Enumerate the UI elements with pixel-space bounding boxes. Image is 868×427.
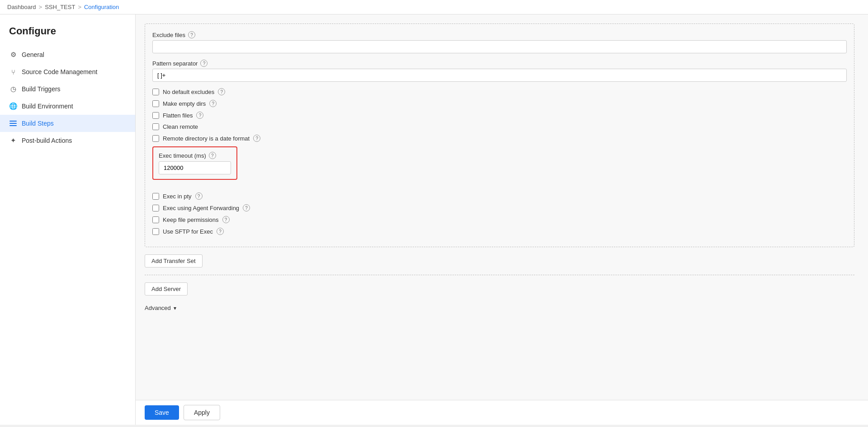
breadcrumb-current: Configuration bbox=[84, 4, 119, 10]
breadcrumb-dashboard[interactable]: Dashboard bbox=[7, 4, 36, 10]
keep-file-permissions-row: Keep file permissions ? bbox=[152, 216, 847, 223]
sidebar-item-label: Post-build Actions bbox=[22, 137, 72, 144]
breadcrumb-project[interactable]: SSH_TEST bbox=[45, 4, 75, 10]
flatten-files-label: Flatten files bbox=[163, 112, 193, 119]
save-button[interactable]: Save bbox=[145, 405, 179, 420]
make-empty-dirs-label: Make empty dirs bbox=[163, 100, 206, 107]
clean-remote-checkbox[interactable] bbox=[152, 123, 159, 130]
exec-timeout-input[interactable] bbox=[159, 161, 231, 174]
sidebar-item-label: Build Steps bbox=[22, 120, 54, 127]
sidebar-item-general[interactable]: ⚙ General bbox=[0, 46, 135, 63]
gear-icon: ⚙ bbox=[9, 51, 17, 59]
breadcrumb-sep2: > bbox=[78, 4, 81, 10]
no-default-excludes-label: No default excludes bbox=[163, 89, 214, 95]
sidebar-item-build-triggers[interactable]: ◷ Build Triggers bbox=[0, 80, 135, 98]
scrollable-content: Exclude files ? Pattern separator ? bbox=[136, 14, 868, 400]
sidebar-item-build-steps[interactable]: Build Steps bbox=[0, 115, 135, 132]
exclude-files-help-icon[interactable]: ? bbox=[188, 31, 195, 38]
steps-icon bbox=[9, 119, 17, 127]
exec-pty-help-icon[interactable]: ? bbox=[195, 192, 203, 200]
no-default-excludes-checkbox[interactable] bbox=[152, 89, 159, 95]
exec-timeout-highlight: Exec timeout (ms) ? bbox=[152, 146, 237, 180]
chevron-down-icon: ▾ bbox=[174, 305, 176, 311]
remote-directory-date-label: Remote directory is a date format bbox=[163, 135, 250, 142]
make-empty-help-icon[interactable]: ? bbox=[209, 100, 217, 107]
breadcrumb-sep1: > bbox=[39, 4, 42, 10]
flatten-files-help-icon[interactable]: ? bbox=[196, 112, 203, 119]
add-transfer-set-button[interactable]: Add Transfer Set bbox=[145, 254, 203, 267]
sidebar-item-build-environment[interactable]: 🌐 Build Environment bbox=[0, 98, 135, 115]
remote-directory-date-row: Remote directory is a date format ? bbox=[152, 135, 847, 142]
bottom-bar: Save Apply bbox=[136, 400, 868, 425]
pattern-separator-input[interactable] bbox=[152, 69, 847, 82]
add-server-button[interactable]: Add Server bbox=[145, 282, 188, 296]
pattern-separator-label: Pattern separator ? bbox=[152, 60, 847, 67]
apply-button[interactable]: Apply bbox=[184, 405, 220, 420]
trigger-icon: ◷ bbox=[9, 85, 17, 93]
exclude-files-group: Exclude files ? bbox=[152, 31, 847, 53]
no-default-excludes-row: No default excludes ? bbox=[152, 88, 847, 95]
use-sftp-help-icon[interactable]: ? bbox=[217, 228, 224, 235]
keep-file-permissions-label: Keep file permissions bbox=[163, 216, 219, 223]
flatten-files-row: Flatten files ? bbox=[152, 112, 847, 119]
exclude-files-label: Exclude files ? bbox=[152, 31, 847, 38]
make-empty-dirs-row: Make empty dirs ? bbox=[152, 100, 847, 107]
exec-agent-forwarding-row: Exec using Agent Forwarding ? bbox=[152, 204, 847, 211]
make-empty-dirs-checkbox[interactable] bbox=[152, 100, 159, 107]
sidebar-item-post-build[interactable]: ✦ Post-build Actions bbox=[0, 132, 135, 149]
pattern-sep-help-icon[interactable]: ? bbox=[200, 60, 208, 67]
exec-in-pty-row: Exec in pty ? bbox=[152, 192, 847, 200]
no-default-help-icon[interactable]: ? bbox=[218, 88, 225, 95]
remote-date-help-icon[interactable]: ? bbox=[253, 135, 260, 142]
sidebar-item-label: Build Triggers bbox=[22, 85, 61, 93]
sidebar: Configure ⚙ General ⑂ Source Code Manage… bbox=[0, 14, 136, 425]
use-sftp-exec-label: Use SFTP for Exec bbox=[163, 228, 213, 235]
clean-remote-label: Clean remote bbox=[163, 123, 198, 130]
env-icon: 🌐 bbox=[9, 102, 17, 110]
content-area: Exclude files ? Pattern separator ? bbox=[136, 14, 868, 425]
remote-directory-date-checkbox[interactable] bbox=[152, 135, 159, 142]
sidebar-item-source-code[interactable]: ⑂ Source Code Management bbox=[0, 63, 135, 80]
svg-rect-1 bbox=[9, 123, 17, 124]
sidebar-item-label: General bbox=[22, 51, 44, 58]
sidebar-item-label: Build Environment bbox=[22, 103, 73, 110]
exec-in-pty-checkbox[interactable] bbox=[152, 193, 159, 200]
sidebar-item-label: Source Code Management bbox=[22, 68, 97, 75]
exec-in-pty-label: Exec in pty bbox=[163, 193, 192, 200]
post-build-icon: ✦ bbox=[9, 136, 17, 145]
keep-perm-help-icon[interactable]: ? bbox=[222, 216, 230, 223]
exec-timeout-help-icon[interactable]: ? bbox=[209, 152, 216, 159]
breadcrumb: Dashboard > SSH_TEST > Configuration bbox=[0, 0, 868, 14]
keep-file-permissions-checkbox[interactable] bbox=[152, 216, 159, 223]
sidebar-title: Configure bbox=[0, 22, 135, 46]
exec-agent-forwarding-checkbox[interactable] bbox=[152, 205, 159, 211]
exec-agent-help-icon[interactable]: ? bbox=[243, 204, 250, 211]
exec-agent-forwarding-label: Exec using Agent Forwarding bbox=[163, 205, 239, 211]
source-icon: ⑂ bbox=[9, 68, 17, 76]
advanced-row[interactable]: Advanced ▾ bbox=[145, 300, 854, 314]
exec-timeout-label: Exec timeout (ms) ? bbox=[159, 152, 231, 159]
svg-rect-0 bbox=[9, 121, 17, 122]
use-sftp-exec-row: Use SFTP for Exec ? bbox=[152, 228, 847, 235]
flatten-files-checkbox[interactable] bbox=[152, 112, 159, 119]
svg-rect-2 bbox=[9, 125, 17, 126]
advanced-label: Advanced bbox=[145, 305, 171, 311]
transfer-set-box: Exclude files ? Pattern separator ? bbox=[145, 23, 854, 247]
pattern-separator-group: Pattern separator ? bbox=[152, 60, 847, 82]
exclude-files-input[interactable] bbox=[152, 40, 847, 53]
use-sftp-exec-checkbox[interactable] bbox=[152, 228, 159, 235]
clean-remote-row: Clean remote bbox=[152, 123, 847, 130]
